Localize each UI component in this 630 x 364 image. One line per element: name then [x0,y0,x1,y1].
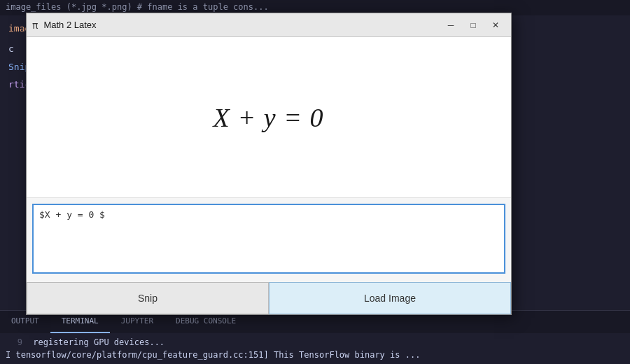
math-display-area: X + y = 0 [27,37,511,198]
close-button[interactable]: ✕ [486,18,505,33]
terminal-output: 9 registering GPU devices... I tensorflo… [0,333,630,364]
code-text-c: c [8,43,14,54]
title-bar: π Math 2 Latex ─ □ ✕ [27,13,511,37]
maximize-button[interactable]: □ [463,18,483,33]
bottom-bar: OUTPUT TERMINAL JUPYTER DEBUG CONSOLE 9 … [0,310,630,364]
button-bar: Snip Load Image [27,282,511,314]
snip-button[interactable]: Snip [27,282,269,314]
terminal-line-1: 9 registering GPU devices... [6,336,624,349]
latex-section: $X + y = 0 $ [27,198,511,282]
minimize-button[interactable]: ─ [441,18,461,33]
window-controls: ─ □ ✕ [441,18,505,33]
math-formula: X + y = 0 [214,102,325,133]
latex-input[interactable]: $X + y = 0 $ [32,204,505,274]
app-icon: π [32,20,38,31]
terminal-line-2: I tensorflow/core/platform/cpu_feature_g… [6,349,624,361]
modal-window: π Math 2 Latex ─ □ ✕ X + y = 0 $X + y = … [26,13,512,315]
load-image-button[interactable]: Load Image [269,282,511,314]
window-title: Math 2 Latex [43,20,435,30]
